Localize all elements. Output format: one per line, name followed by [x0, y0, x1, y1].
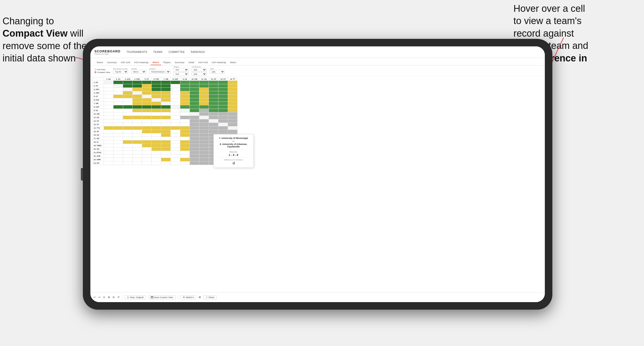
- cell-0-9[interactable]: [190, 81, 199, 84]
- cell-15-0[interactable]: [104, 133, 113, 137]
- cell-12-9[interactable]: [190, 123, 199, 126]
- conference-select2[interactable]: (All): [192, 72, 207, 76]
- cell-6-1[interactable]: [113, 102, 123, 105]
- cell-10-6[interactable]: [161, 116, 171, 119]
- cell-1-8[interactable]: [180, 84, 190, 88]
- cell-19-10[interactable]: [199, 147, 209, 151]
- nav-committee[interactable]: COMMITTEE: [168, 51, 185, 53]
- cell-5-12[interactable]: [218, 98, 228, 102]
- cell-11-7[interactable]: [171, 119, 180, 123]
- cell-11-9[interactable]: [190, 119, 199, 123]
- cell-11-10[interactable]: [199, 119, 209, 123]
- cell-22-0[interactable]: [104, 158, 113, 161]
- cell-9-3[interactable]: [133, 112, 142, 116]
- cell-14-10[interactable]: [199, 130, 209, 133]
- watch-btn[interactable]: 👁 Watch ▾: [181, 295, 196, 299]
- cell-12-1[interactable]: [113, 123, 123, 126]
- cell-4-11[interactable]: [209, 95, 218, 98]
- cell-14-11[interactable]: [209, 130, 218, 133]
- view-original-btn[interactable]: ⊙ View: Original: [125, 295, 146, 299]
- cell-8-10[interactable]: [199, 109, 209, 112]
- cell-1-7[interactable]: [171, 84, 180, 88]
- cell-11-5[interactable]: [152, 119, 161, 123]
- cell-14-0[interactable]: [104, 130, 113, 133]
- cell-6-9[interactable]: [190, 102, 199, 105]
- cell-6-3[interactable]: [133, 102, 142, 105]
- cell-14-7[interactable]: [171, 130, 180, 133]
- cell-3-2[interactable]: [123, 91, 133, 95]
- cell-4-5[interactable]: [152, 95, 161, 98]
- cell-12-11[interactable]: [209, 123, 218, 126]
- cell-23-9[interactable]: [190, 161, 199, 165]
- cell-17-7[interactable]: [171, 140, 180, 144]
- cell-14-1[interactable]: [113, 130, 123, 133]
- cell-6-2[interactable]: [123, 102, 133, 105]
- cell-16-3[interactable]: [133, 137, 142, 140]
- cell-18-8[interactable]: [180, 144, 190, 147]
- cell-19-4[interactable]: [142, 147, 152, 151]
- cell-22-10[interactable]: [199, 158, 209, 161]
- cell-13-13[interactable]: [228, 126, 238, 130]
- cell-17-0[interactable]: [104, 140, 113, 144]
- cell-15-10[interactable]: [199, 133, 209, 137]
- cell-8-13[interactable]: [228, 109, 238, 112]
- cell-16-7[interactable]: [171, 137, 180, 140]
- gender-select[interactable]: Men's: [131, 70, 146, 74]
- cell-5-7[interactable]: [171, 98, 180, 102]
- tab-h2h-heatmap[interactable]: H2H Heatmap: [132, 60, 151, 65]
- cell-9-0[interactable]: [104, 112, 113, 116]
- cell-15-4[interactable]: [142, 133, 152, 137]
- cell-16-9[interactable]: [190, 137, 199, 140]
- cell-16-2[interactable]: [123, 137, 133, 140]
- cell-16-0[interactable]: [104, 137, 113, 140]
- cell-11-13[interactable]: [228, 119, 238, 123]
- cell-6-13[interactable]: [228, 102, 238, 105]
- cell-14-13[interactable]: [228, 130, 238, 133]
- cell-14-9[interactable]: [190, 130, 199, 133]
- cell-9-4[interactable]: [142, 112, 152, 116]
- tab-matrix2[interactable]: Matrix: [228, 60, 238, 65]
- cell-14-6[interactable]: [161, 130, 171, 133]
- cell-2-10[interactable]: [199, 88, 209, 91]
- cell-14-3[interactable]: [133, 130, 142, 133]
- cell-11-11[interactable]: [209, 119, 218, 123]
- compact-view-radio[interactable]: [94, 71, 96, 73]
- refresh-icon[interactable]: ↺: [117, 296, 120, 299]
- cell-9-11[interactable]: [209, 112, 218, 116]
- cell-20-10[interactable]: [199, 151, 209, 154]
- tab-detail[interactable]: Detail: [187, 60, 196, 65]
- cell-14-12[interactable]: [218, 130, 228, 133]
- cell-7-7[interactable]: [171, 105, 180, 109]
- cell-5-6[interactable]: [161, 98, 171, 102]
- cell-7-0[interactable]: [104, 105, 113, 109]
- cell-9-13[interactable]: [228, 112, 238, 116]
- cell-1-5[interactable]: [152, 84, 161, 88]
- cell-6-4[interactable]: [142, 102, 152, 105]
- cell-15-2[interactable]: [123, 133, 133, 137]
- cell-8-11[interactable]: [209, 109, 218, 112]
- cell-7-2[interactable]: [123, 105, 133, 109]
- cell-0-8[interactable]: [180, 81, 190, 84]
- cell-15-7[interactable]: [171, 133, 180, 137]
- cell-13-5[interactable]: [152, 126, 161, 130]
- cell-11-1[interactable]: [113, 119, 123, 123]
- cell-1-11[interactable]: [209, 84, 218, 88]
- cell-3-13[interactable]: [228, 91, 238, 95]
- cell-18-6[interactable]: [161, 144, 171, 147]
- cell-18-1[interactable]: [113, 144, 123, 147]
- cell-3-12[interactable]: [218, 91, 228, 95]
- cell-9-9[interactable]: [190, 112, 199, 116]
- cell-8-12[interactable]: [218, 109, 228, 112]
- cell-2-8[interactable]: [180, 88, 190, 91]
- cell-3-6[interactable]: [161, 91, 171, 95]
- cell-2-12[interactable]: [218, 88, 228, 91]
- full-view-option[interactable]: Full View: [94, 68, 110, 71]
- cell-19-8[interactable]: [180, 147, 190, 151]
- cell-6-10[interactable]: [199, 102, 209, 105]
- cell-8-7[interactable]: [171, 109, 180, 112]
- save-custom-btn[interactable]: 💾 Save Custom View: [148, 295, 175, 299]
- cell-0-2[interactable]: [123, 81, 133, 84]
- cell-15-1[interactable]: [113, 133, 123, 137]
- cell-20-0[interactable]: [104, 151, 113, 154]
- cell-4-10[interactable]: [199, 95, 209, 98]
